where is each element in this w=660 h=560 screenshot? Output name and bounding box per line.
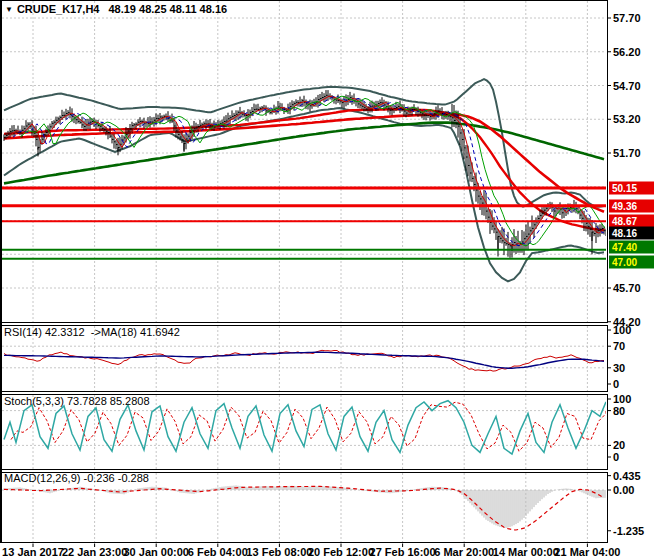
macd-layer xyxy=(4,485,606,530)
price-level-badge[interactable]: 49.36 xyxy=(609,199,654,212)
time-tick-label: 13 Jan 2017 xyxy=(2,546,64,558)
grid-lines xyxy=(2,1,606,542)
macd-tick-label: -1.235 xyxy=(613,525,644,537)
rsi-tick-label: 100 xyxy=(613,324,631,336)
rsi-ma-name: ->MA(18) xyxy=(91,326,137,338)
macd-values: -0.236 -0.288 xyxy=(83,472,148,484)
stoch-values: 73.7828 85.2808 xyxy=(67,395,150,407)
price-tick-label: 45.70 xyxy=(613,282,641,294)
price-tick-label: 51.70 xyxy=(613,147,641,159)
time-tick-label: 21 Mar 04:00 xyxy=(554,546,620,558)
price-tick-label: 53.20 xyxy=(613,113,641,125)
price-level-badge[interactable]: 50.15 xyxy=(609,181,654,194)
symbol-period-label: CRUDE_K17,H4 xyxy=(17,3,100,15)
chart-window: ▼CRUDE_K17,H448.19 48.25 48.11 48.16 RSI… xyxy=(0,0,660,560)
price-tick-label: 56.20 xyxy=(613,46,641,58)
macd-panel-label: MACD(12,26,9) -0.236 -0.288 xyxy=(4,472,149,484)
chart-title: ▼CRUDE_K17,H448.19 48.25 48.11 48.16 xyxy=(5,3,227,15)
macd-tick-label: 0.00 xyxy=(613,484,634,496)
time-tick-label: 20 Feb 12:00 xyxy=(308,546,374,558)
stoch-indicator-name: Stoch(5,3,3) xyxy=(4,395,64,407)
price-tick-label: 57.70 xyxy=(613,12,641,24)
price-level-badge[interactable]: 47.00 xyxy=(609,255,654,268)
stoch-tick-label: 20 xyxy=(613,439,625,451)
time-tick-label: 13 Feb 08:00 xyxy=(246,546,312,558)
panel-borders xyxy=(1,0,608,547)
stoch-panel-label: Stoch(5,3,3) 73.7828 85.2808 xyxy=(4,395,150,407)
macd-tick-label: 0.435 xyxy=(613,470,641,482)
time-tick-label: 14 Mar 00:00 xyxy=(493,546,559,558)
rsi-panel-label: RSI(14) 42.3312 ->MA(18) 41.6942 xyxy=(4,326,180,338)
time-tick-label: 22 Jan 23:00 xyxy=(62,546,127,558)
rsi-tick-label: 70 xyxy=(613,340,625,352)
rsi-indicator-name: RSI(14) xyxy=(4,326,42,338)
symbol-dropdown-icon[interactable]: ▼ xyxy=(5,5,13,14)
stoch-tick-label: 0 xyxy=(613,451,619,463)
stoch-tick-label: 80 xyxy=(613,405,625,417)
rsi-tick-label: 0 xyxy=(613,378,619,390)
stoch-tick-label: 100 xyxy=(613,393,631,405)
time-tick-label: 6 Mar 20:00 xyxy=(434,546,494,558)
time-tick-label: 27 Feb 16:00 xyxy=(370,546,436,558)
time-tick-label: 30 Jan 00:00 xyxy=(123,546,188,558)
current-price-badge: 48.16 xyxy=(609,226,654,239)
macd-indicator-name: MACD(12,26,9) xyxy=(4,472,80,484)
rsi-ma-value: 41.6942 xyxy=(140,326,180,338)
quote-ohlc-label: 48.19 48.25 48.11 48.16 xyxy=(108,3,227,15)
price-level-badge[interactable]: 47.40 xyxy=(609,240,654,253)
rsi-value: 42.3312 xyxy=(45,326,85,338)
time-tick-label: 6 Feb 04:00 xyxy=(188,546,248,558)
rsi-tick-label: 30 xyxy=(613,362,625,374)
axis-ticks xyxy=(608,18,611,531)
price-tick-label: 54.70 xyxy=(613,80,641,92)
